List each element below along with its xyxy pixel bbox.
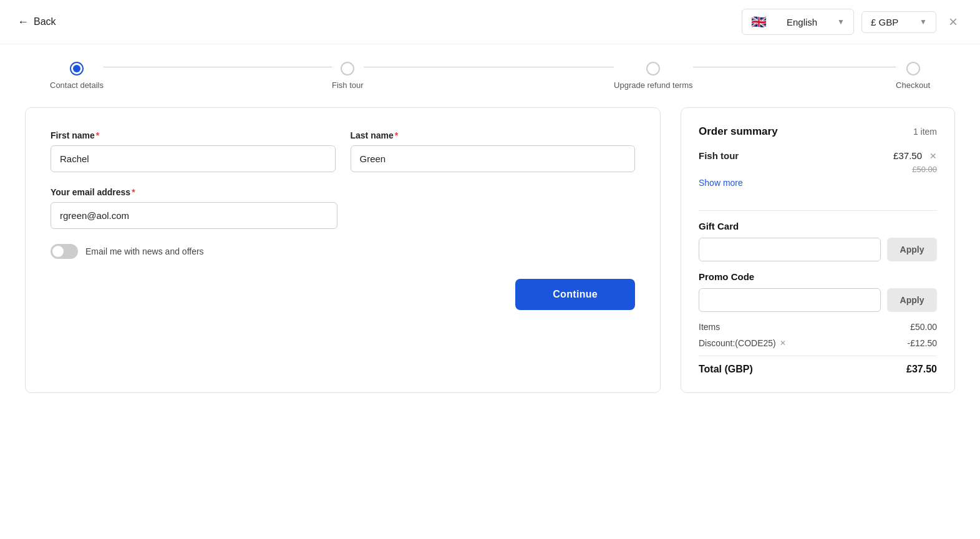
order-summary-panel: Order summary 1 item Fish tour £37.50 ✕ … bbox=[681, 107, 955, 393]
discount-remove-icon[interactable]: ✕ bbox=[780, 339, 786, 347]
last-name-input[interactable] bbox=[351, 145, 636, 172]
first-name-input[interactable] bbox=[51, 145, 336, 172]
progress-steps: Contact details Fish tour Upgrade refund… bbox=[0, 44, 980, 107]
email-label: Your email address* bbox=[51, 187, 337, 197]
discount-row: Discount:(CODE25) ✕ -£12.50 bbox=[699, 338, 937, 348]
remove-item-icon[interactable]: ✕ bbox=[929, 151, 937, 161]
email-input[interactable] bbox=[51, 202, 337, 229]
order-header: Order summary 1 item bbox=[699, 125, 937, 138]
step-circle-fish bbox=[341, 62, 354, 75]
required-star: * bbox=[395, 130, 398, 140]
connector-1 bbox=[104, 67, 332, 67]
step-label-fish: Fish tour bbox=[332, 80, 364, 90]
back-button[interactable]: ← Back bbox=[17, 16, 56, 29]
first-name-group: First name* bbox=[51, 130, 336, 172]
chevron-down-icon: ▼ bbox=[837, 17, 845, 26]
step-checkout: Checkout bbox=[896, 62, 930, 90]
order-item-price-block: £37.50 ✕ bbox=[893, 150, 937, 161]
promo-code-title: Promo Code bbox=[699, 271, 937, 282]
name-row: First name* Last name* bbox=[51, 130, 635, 172]
continue-button[interactable]: Continue bbox=[515, 279, 635, 310]
order-item-price-original: £50.00 bbox=[912, 165, 937, 174]
email-row: Your email address* bbox=[51, 187, 635, 229]
required-star: * bbox=[132, 187, 135, 197]
email-group: Your email address* bbox=[51, 187, 337, 229]
language-label: English bbox=[787, 17, 817, 27]
currency-selector[interactable]: £ GBP ▼ bbox=[861, 11, 936, 33]
step-contact-details: Contact details bbox=[50, 62, 332, 90]
main-content: First name* Last name* Your email addres… bbox=[0, 107, 980, 418]
divider-1 bbox=[699, 210, 937, 211]
items-row: Items £50.00 bbox=[699, 322, 937, 332]
order-item-row: Fish tour £37.50 ✕ bbox=[699, 150, 937, 161]
chevron-down-icon: ▼ bbox=[919, 17, 927, 26]
show-more-link[interactable]: Show more bbox=[699, 178, 743, 188]
step-circle-upgrade bbox=[646, 62, 660, 75]
close-button[interactable]: × bbox=[944, 11, 963, 33]
step-circle-contact bbox=[70, 62, 84, 75]
promo-code-input[interactable] bbox=[699, 288, 881, 312]
language-selector[interactable]: 🇬🇧 English ▼ bbox=[742, 9, 854, 35]
step-upgrade-refund: Upgrade refund terms bbox=[614, 62, 896, 90]
order-item-count: 1 item bbox=[913, 127, 937, 137]
form-panel: First name* Last name* Your email addres… bbox=[25, 107, 661, 393]
required-star: * bbox=[96, 130, 99, 140]
totals-section: Items £50.00 Discount:(CODE25) ✕ -£12.50… bbox=[699, 322, 937, 375]
back-label: Back bbox=[34, 16, 56, 27]
email-toggle[interactable] bbox=[51, 244, 78, 259]
gift-card-input[interactable] bbox=[699, 238, 881, 261]
step-label-upgrade: Upgrade refund terms bbox=[614, 80, 692, 90]
gift-card-apply-button[interactable]: Apply bbox=[887, 238, 937, 261]
currency-label: £ GBP bbox=[871, 17, 898, 27]
discount-label-group: Discount:(CODE25) ✕ bbox=[699, 338, 786, 348]
order-item-name: Fish tour bbox=[699, 150, 739, 161]
header: ← Back 🇬🇧 English ▼ £ GBP ▼ × bbox=[0, 0, 980, 44]
connector-3 bbox=[693, 67, 896, 67]
toggle-label: Email me with news and offers bbox=[85, 246, 204, 256]
step-label-checkout: Checkout bbox=[896, 80, 930, 90]
discount-label: Discount:(CODE25) bbox=[699, 338, 776, 348]
step-circle-checkout bbox=[906, 62, 920, 75]
toggle-row: Email me with news and offers bbox=[51, 244, 635, 259]
back-arrow-icon: ← bbox=[17, 16, 29, 29]
promo-code-apply-button[interactable]: Apply bbox=[887, 288, 937, 312]
order-title: Order summary bbox=[699, 125, 778, 138]
flag-icon: 🇬🇧 bbox=[751, 14, 767, 29]
promo-code-row: Apply bbox=[699, 288, 937, 312]
last-name-group: Last name* bbox=[351, 130, 636, 172]
last-name-label: Last name* bbox=[351, 130, 636, 140]
items-amount: £50.00 bbox=[910, 322, 937, 332]
gift-card-row: Apply bbox=[699, 238, 937, 261]
total-label: Total (GBP) bbox=[699, 364, 753, 375]
step-fish-tour: Fish tour bbox=[332, 62, 614, 90]
total-amount: £37.50 bbox=[906, 364, 937, 375]
order-item-price-current: £37.50 bbox=[893, 150, 922, 161]
continue-row: Continue bbox=[51, 279, 635, 310]
items-label: Items bbox=[699, 322, 720, 332]
discount-amount: -£12.50 bbox=[908, 338, 937, 348]
first-name-label: First name* bbox=[51, 130, 336, 140]
total-row: Total (GBP) £37.50 bbox=[699, 356, 937, 375]
gift-card-title: Gift Card bbox=[699, 221, 937, 231]
step-label-contact: Contact details bbox=[50, 80, 104, 90]
connector-2 bbox=[364, 67, 614, 67]
header-controls: 🇬🇧 English ▼ £ GBP ▼ × bbox=[742, 9, 963, 35]
